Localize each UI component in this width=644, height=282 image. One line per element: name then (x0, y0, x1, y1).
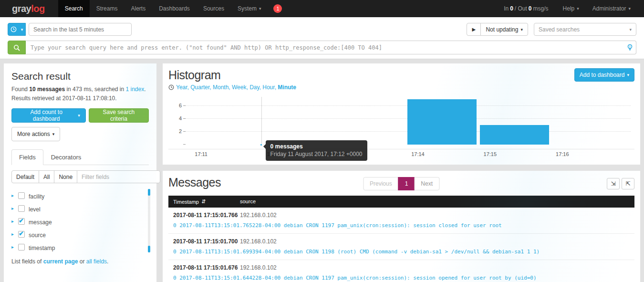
all-fields-link[interactable]: all fields (86, 258, 107, 265)
search-result-sidebar: Search result Found 10 messages in 473 m… (4, 63, 156, 282)
chart-crosshair (261, 97, 262, 145)
expand-caret-icon[interactable]: ▸ (11, 206, 18, 211)
pagination-next[interactable]: Next (414, 177, 439, 190)
x-tick-label: 17:16 (556, 151, 569, 157)
field-row-timestamp[interactable]: ▸ timestamp (11, 240, 149, 253)
expand-caret-icon[interactable]: ▸ (11, 244, 18, 250)
pagination-page-1[interactable]: 1 (398, 177, 415, 190)
user-menu[interactable]: Administrator▾ (586, 0, 637, 17)
nav-item-search[interactable]: Search (58, 0, 90, 17)
caret-down-icon: ▾ (52, 132, 55, 136)
scrollbar-thumb[interactable] (148, 189, 150, 196)
axis-tick (183, 105, 186, 106)
fields-none-button[interactable]: None (54, 170, 77, 183)
nav-item-alerts[interactable]: Alerts (124, 0, 152, 17)
resolution-link-minute[interactable]: Minute (278, 84, 296, 91)
message-text[interactable]: 0 2017-08-11T13:15:01.644228-04:00 debia… (168, 275, 634, 281)
nav-item-system[interactable]: System▾ (231, 0, 268, 17)
saved-searches-select[interactable]: Saved searches ▾ (534, 23, 636, 36)
fields-all-button[interactable]: All (39, 170, 54, 183)
histogram-bar-17:15[interactable] (480, 125, 549, 145)
more-actions-button[interactable]: More actions▾ (11, 127, 60, 141)
expand-caret-icon[interactable]: ▸ (11, 231, 18, 237)
message-row[interactable]: 2017-08-11 17:15:01.766 192.168.0.102 0 … (168, 208, 634, 234)
field-checkbox[interactable] (18, 244, 25, 251)
histogram-bar-17:14[interactable] (407, 99, 477, 145)
search-query-input[interactable] (26, 41, 636, 54)
sort-icon[interactable]: ⇵ (201, 198, 206, 205)
message-source: 192.168.0.102 (240, 264, 277, 271)
field-checkbox[interactable] (18, 231, 25, 238)
field-checkbox[interactable] (18, 205, 25, 212)
collapse-messages-button[interactable]: ⇱ (622, 178, 634, 189)
field-list: ▸ facility ▸ level ▸ message ▸ source ▸ … (11, 189, 149, 253)
y-tick-label: 6 (173, 103, 182, 108)
add-count-to-dashboard-button[interactable]: Add count to dashboard▾ (11, 108, 86, 123)
timerange-dropdown-button[interactable]: ▾ (8, 23, 26, 36)
resolution-link-quarter[interactable]: Quarter (190, 84, 209, 91)
field-row-facility[interactable]: ▸ facility (11, 189, 149, 202)
search-controls-bar: ▾ ▶ Not updating▾ Saved searches ▾ (0, 17, 644, 59)
field-row-message[interactable]: ▸ message (11, 215, 149, 228)
expand-icon: ⇲ (611, 180, 615, 187)
message-timestamp: 2017-08-11 17:15:01.700 (168, 238, 240, 245)
pagination-previous[interactable]: Previous (363, 177, 399, 190)
expand-caret-icon[interactable]: ▸ (11, 219, 18, 224)
fields-default-button[interactable]: Default (11, 170, 39, 183)
help-menu[interactable]: Help▾ (556, 0, 586, 17)
in-msg-count: 0 (510, 5, 513, 12)
refresh-interval-dropdown[interactable]: Not updating▾ (480, 23, 528, 36)
graylog-logo[interactable]: graylog (0, 0, 58, 17)
sidebar-tabs: Fields Decorators (11, 149, 149, 165)
tab-decorators[interactable]: Decorators (43, 149, 89, 165)
source-column-header[interactable]: source (240, 196, 256, 208)
search-submit-button[interactable] (8, 41, 26, 54)
expand-caret-icon[interactable]: ▸ (11, 193, 18, 198)
expand-messages-button[interactable]: ⇲ (607, 178, 620, 189)
resolution-link-day[interactable]: Day (249, 84, 259, 91)
field-row-source[interactable]: ▸ source (11, 228, 149, 240)
resolution-link-hour[interactable]: Hour (262, 84, 274, 91)
caret-down-icon: ▾ (629, 27, 632, 32)
message-text[interactable]: 0 2017-08-11T13:15:01.699394-04:00 debia… (168, 249, 634, 255)
resume-search-button[interactable]: ▶ (467, 23, 481, 36)
scrollbar-thumb[interactable] (148, 246, 150, 252)
caret-down-icon: ▾ (259, 6, 261, 11)
nav-item-dashboards[interactable]: Dashboards (152, 0, 197, 17)
caret-down-icon: ▾ (628, 6, 631, 11)
field-list-scrollbar[interactable] (148, 189, 150, 252)
message-row[interactable]: 2017-08-11 17:15:01.700 192.168.0.102 0 … (168, 234, 634, 260)
save-search-criteria-button[interactable]: Save search criteria (89, 108, 149, 123)
resolution-link-week[interactable]: Week (232, 84, 246, 91)
caret-down-icon: ▾ (21, 27, 23, 32)
nav-item-streams[interactable]: Streams (90, 0, 125, 17)
message-timestamp: 2017-08-11 17:15:01.676 (168, 264, 240, 271)
histogram-panel: Histogram Add to dashboard▾ Year, Quarte… (163, 63, 640, 165)
add-to-dashboard-button[interactable]: Add to dashboard▾ (574, 68, 634, 82)
current-page-link[interactable]: current page (43, 258, 78, 265)
field-checkbox[interactable] (18, 192, 25, 199)
resolution-link-year[interactable]: Year (176, 84, 187, 91)
filter-fields-input[interactable] (77, 170, 160, 183)
field-row-level[interactable]: ▸ level (11, 202, 149, 215)
nav-item-sources[interactable]: Sources (197, 0, 231, 17)
main-nav: Search Streams Alerts Dashboards Sources… (58, 0, 268, 17)
index-link[interactable]: 1 index (126, 86, 145, 93)
field-checkbox[interactable] (18, 218, 25, 225)
message-row[interactable]: 2017-08-11 17:15:01.676 192.168.0.102 0 … (168, 260, 634, 282)
notification-badge[interactable]: 1 (273, 4, 282, 13)
query-help-lightbulb-icon[interactable] (627, 44, 633, 52)
chart-hover-dot (260, 144, 262, 146)
out-msg-count: 0 (529, 5, 532, 12)
timestamp-column-header[interactable]: Timestamp (173, 199, 199, 205)
resolution-link-month[interactable]: Month (213, 84, 229, 91)
axis-tick (183, 144, 186, 145)
caret-down-icon: ▾ (627, 73, 629, 77)
clock-icon (10, 26, 17, 32)
tab-fields[interactable]: Fields (11, 149, 43, 165)
timerange-input[interactable] (29, 23, 132, 36)
fields-footer: List fields of current page or all field… (11, 258, 149, 265)
throughput-indicator: In 0 / Out 0 msg/s (496, 0, 556, 17)
message-text[interactable]: 0 2017-08-11T13:15:01.765228-04:00 debia… (168, 222, 634, 229)
play-icon: ▶ (472, 27, 476, 32)
